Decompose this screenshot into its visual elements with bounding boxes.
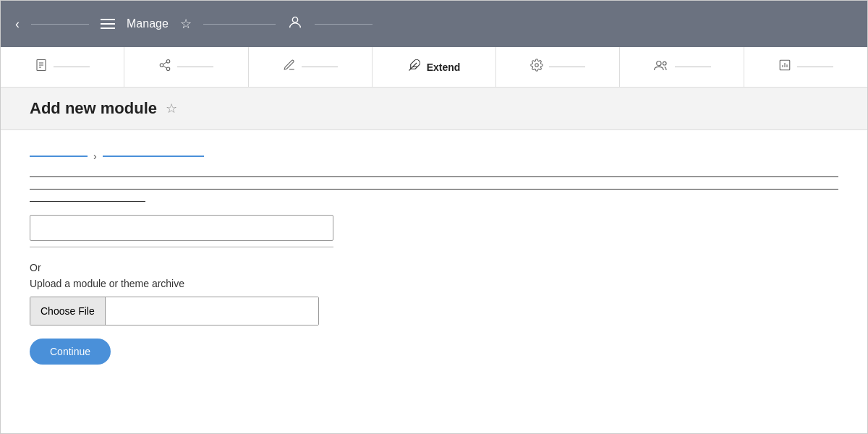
- tab-edit[interactable]: [249, 47, 373, 87]
- svg-point-0: [292, 17, 297, 22]
- secondary-nav: Extend: [1, 47, 867, 88]
- tab-settings[interactable]: [496, 47, 620, 87]
- tab-page-line: [54, 67, 90, 67]
- analytics-icon: [778, 59, 791, 75]
- tab-share-line: [177, 67, 213, 67]
- breadcrumb-item-1: [30, 156, 88, 157]
- tab-extend-label: Extend: [427, 61, 461, 73]
- svg-point-6: [161, 64, 164, 67]
- continue-button[interactable]: Continue: [30, 339, 111, 365]
- breadcrumb-separator: ›: [93, 150, 97, 162]
- edit-icon: [283, 59, 296, 75]
- svg-point-14: [663, 61, 666, 65]
- tab-analytics[interactable]: [744, 47, 867, 87]
- or-label: Or: [30, 262, 838, 273]
- svg-point-5: [167, 60, 171, 64]
- svg-line-9: [163, 62, 167, 64]
- choose-file-button[interactable]: Choose File: [30, 297, 106, 325]
- tab-edit-line: [302, 67, 338, 67]
- form-line-1: [30, 176, 838, 177]
- page-header: Add new module ☆: [1, 88, 867, 130]
- share-icon: [158, 59, 171, 75]
- main-content: › Or Upload a module or theme archive Ch…: [1, 130, 867, 385]
- form-line-3: [30, 201, 145, 202]
- svg-point-12: [535, 64, 539, 67]
- nav-divider-2: [203, 24, 276, 25]
- header-star-icon[interactable]: ☆: [166, 101, 177, 116]
- settings-icon: [530, 59, 543, 75]
- nav-title: Manage: [127, 17, 169, 30]
- svg-line-8: [163, 66, 167, 68]
- module-url-input[interactable]: [30, 215, 333, 241]
- file-input-wrapper: Choose File: [30, 297, 319, 326]
- breadcrumb-item-2: [103, 156, 204, 157]
- tab-users-line: [675, 67, 711, 67]
- input-underline: [30, 247, 333, 247]
- users-icon: [653, 59, 669, 75]
- tab-settings-line: [549, 67, 585, 67]
- form-line-2: [30, 189, 838, 190]
- breadcrumb: ›: [30, 150, 838, 162]
- tab-share[interactable]: [124, 47, 248, 87]
- tab-analytics-line: [797, 67, 833, 67]
- svg-point-7: [167, 67, 171, 71]
- page-icon: [35, 59, 48, 75]
- upload-label: Upload a module or theme archive: [30, 278, 838, 289]
- tab-extend[interactable]: Extend: [373, 47, 496, 87]
- svg-point-13: [656, 61, 660, 66]
- page-title: Add new module: [30, 99, 157, 118]
- tab-users[interactable]: [620, 47, 744, 87]
- extend-icon: [408, 59, 421, 75]
- user-icon[interactable]: [287, 14, 303, 34]
- nav-divider-1: [31, 24, 89, 25]
- top-nav: ‹ Manage ☆: [1, 1, 867, 47]
- tab-page[interactable]: [1, 47, 124, 87]
- nav-star-icon[interactable]: ☆: [180, 16, 192, 32]
- nav-divider-3: [315, 24, 373, 25]
- file-name-display: [106, 297, 318, 325]
- back-button[interactable]: ‹: [15, 17, 20, 32]
- menu-icon[interactable]: [101, 19, 115, 29]
